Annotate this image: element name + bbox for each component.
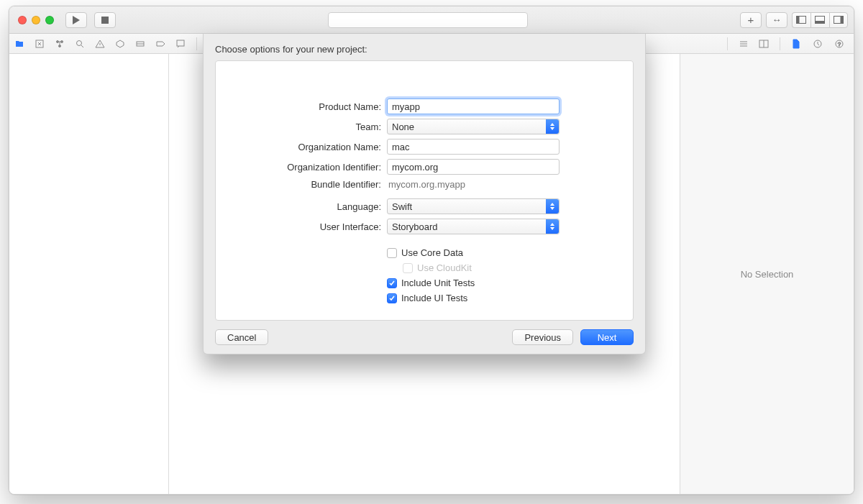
user-interface-label: User Interface:: [237, 221, 381, 232]
previous-button[interactable]: Previous: [512, 329, 573, 345]
use-core-data-checkbox[interactable]: [387, 248, 397, 258]
user-interface-value: Storyboard: [392, 221, 438, 232]
project-navigator-tab[interactable]: [14, 38, 25, 50]
breakpoint-navigator-tab[interactable]: [155, 38, 166, 50]
product-name-label: Product Name:: [237, 101, 381, 112]
report-navigator-tab[interactable]: [175, 38, 186, 50]
divider: [780, 37, 780, 50]
stop-button[interactable]: [94, 12, 116, 28]
xcode-window: + ↔: [9, 6, 854, 495]
bundle-identifier-value: mycom.org.myapp: [387, 179, 560, 190]
assistant-grid-icon[interactable]: [758, 38, 770, 50]
no-selection-label: No Selection: [741, 269, 794, 280]
user-interface-popup[interactable]: Storyboard: [387, 219, 560, 234]
test-navigator-tab[interactable]: [114, 38, 126, 50]
use-cloudkit-label: Use CloudKit: [417, 262, 472, 273]
inspector-pane: No Selection: [680, 54, 854, 494]
traffic-lights: [18, 16, 54, 24]
use-cloudkit-checkbox: [403, 263, 413, 273]
svg-text:?: ?: [838, 41, 841, 47]
swap-button[interactable]: ↔: [766, 12, 787, 28]
language-popup[interactable]: Swift: [387, 198, 560, 214]
divider: [196, 37, 197, 50]
file-inspector-tab[interactable]: [790, 38, 802, 50]
sheet-body: Product Name: Team: None: [215, 60, 634, 321]
svg-rect-16: [177, 40, 184, 46]
cancel-button[interactable]: Cancel: [215, 329, 268, 345]
swap-icon: ↔: [772, 14, 781, 25]
titlebar: + ↔: [9, 6, 854, 34]
close-window-button[interactable]: [18, 16, 27, 24]
assistant-list-icon[interactable]: [738, 38, 749, 50]
organization-identifier-field[interactable]: [387, 159, 560, 175]
include-ui-tests-checkbox[interactable]: [387, 293, 397, 303]
product-name-field[interactable]: [387, 98, 560, 114]
divider: [727, 37, 728, 50]
svg-rect-3: [797, 17, 800, 24]
team-label: Team:: [237, 122, 381, 132]
svg-rect-1: [101, 17, 109, 24]
sheet-title: Choose options for your new project:: [215, 44, 634, 55]
team-popup[interactable]: None: [387, 119, 560, 134]
organization-name-field[interactable]: [387, 139, 560, 155]
source-control-navigator-tab[interactable]: [34, 38, 45, 50]
chevrons-icon: [546, 199, 559, 214]
svg-point-12: [77, 40, 82, 45]
history-inspector-tab[interactable]: [812, 38, 823, 50]
include-unit-tests-checkbox[interactable]: [387, 278, 397, 288]
use-core-data-label: Use Core Data: [401, 247, 463, 258]
zoom-window-button[interactable]: [45, 16, 54, 24]
bundle-identifier-label: Bundle Identifier:: [237, 179, 381, 190]
svg-rect-5: [816, 21, 825, 24]
toggle-left-panel-button[interactable]: [792, 12, 811, 28]
next-button[interactable]: Next: [580, 329, 634, 345]
include-unit-tests-label: Include Unit Tests: [401, 278, 475, 288]
add-button[interactable]: +: [740, 12, 762, 28]
include-ui-tests-label: Include UI Tests: [401, 293, 467, 303]
minimize-window-button[interactable]: [32, 16, 40, 24]
plus-icon: +: [748, 14, 754, 25]
new-project-options-sheet: Choose options for your new project: Pro…: [203, 34, 646, 354]
toggle-bottom-panel-button[interactable]: [811, 12, 829, 28]
project-navigator-pane: [9, 54, 169, 494]
organization-name-label: Organization Name:: [237, 142, 381, 152]
layout-toggle-group: [792, 12, 848, 28]
symbol-navigator-tab[interactable]: [54, 38, 65, 50]
language-label: Language:: [237, 201, 381, 212]
help-inspector-tab[interactable]: ?: [834, 38, 845, 50]
find-navigator-tab[interactable]: [74, 38, 86, 50]
chevrons-icon: [546, 119, 559, 134]
language-value: Swift: [392, 201, 412, 212]
svg-rect-7: [840, 17, 843, 24]
issue-navigator-tab[interactable]: [94, 38, 106, 50]
activity-viewer: [328, 12, 527, 28]
organization-identifier-label: Organization Identifier:: [237, 162, 381, 173]
toggle-right-panel-button[interactable]: [829, 12, 848, 28]
svg-marker-0: [73, 16, 80, 24]
main-area: Choose options for your new project: Pro…: [9, 54, 854, 494]
chevrons-icon: [546, 219, 559, 234]
run-button[interactable]: [65, 12, 87, 28]
debug-navigator-tab[interactable]: [134, 38, 146, 50]
team-value: None: [392, 122, 414, 132]
editor-pane: Choose options for your new project: Pro…: [169, 54, 680, 494]
